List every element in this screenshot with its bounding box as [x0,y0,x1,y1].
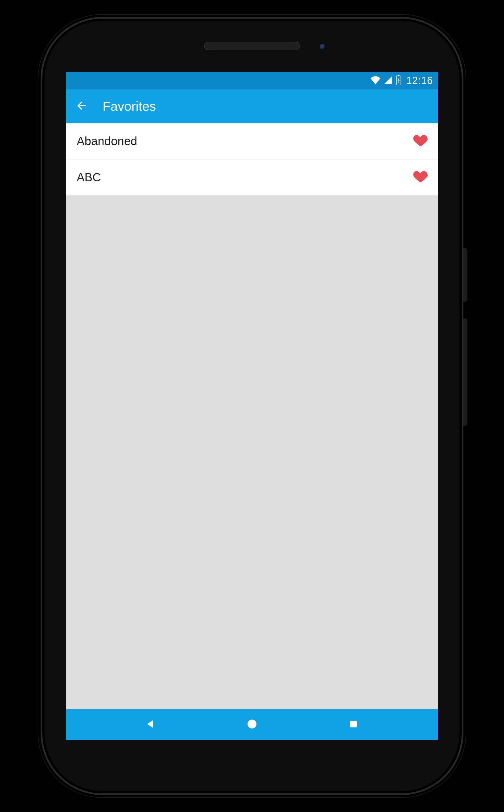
volume-button [463,319,467,426]
app-bar: Favorites [66,89,438,123]
svg-rect-3 [350,721,357,727]
nav-recent-button[interactable] [345,716,362,733]
front-camera [320,44,326,50]
cell-signal-icon [384,76,393,86]
triangle-back-icon [145,718,156,731]
content-area: Abandoned ABC [66,123,438,709]
status-bar-clock: 12:16 [406,75,433,87]
list-item-label: Abandoned [77,134,137,148]
list-item[interactable]: Abandoned [66,123,438,159]
nav-back-button[interactable] [142,716,159,733]
list-item-label: ABC [77,171,101,184]
heart-icon [413,133,428,149]
wifi-icon [370,76,381,86]
arrow-left-icon [75,100,88,113]
list-item[interactable]: ABC [66,159,438,195]
phone-frame: 12:16 Favorites Abandoned [41,17,463,795]
svg-rect-1 [398,75,400,76]
favorites-list: Abandoned ABC [66,123,438,195]
power-button [463,248,467,302]
nav-home-button[interactable] [244,716,260,733]
navigation-bar [66,709,438,740]
page-title: Favorites [103,99,156,114]
circle-home-icon [246,718,258,731]
square-recent-icon [348,719,359,730]
unfavorite-button[interactable] [413,133,428,149]
earpiece [204,42,300,50]
back-button[interactable] [74,99,89,113]
battery-charging-icon [395,75,402,86]
status-bar: 12:16 [66,72,438,89]
heart-icon [413,169,428,186]
svg-point-2 [247,720,257,729]
unfavorite-button[interactable] [413,169,428,185]
screen: 12:16 Favorites Abandoned [66,72,438,740]
